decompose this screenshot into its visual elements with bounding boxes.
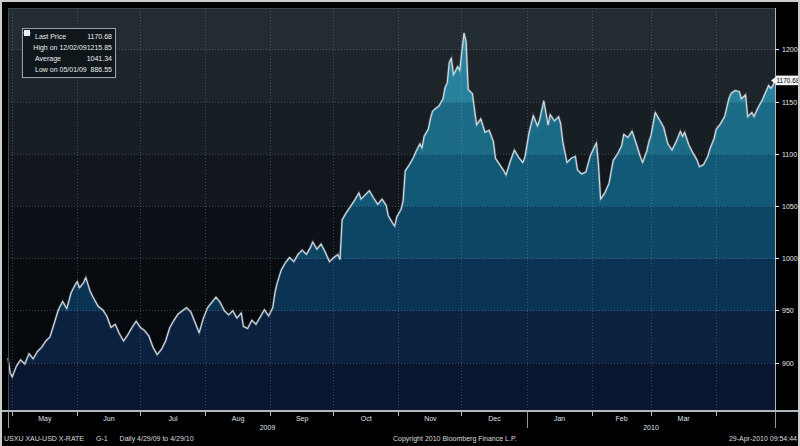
svg-text:May: May [38, 415, 52, 423]
svg-text:1170.68: 1170.68 [776, 77, 799, 84]
legend-label: Average [35, 55, 87, 62]
period-text: Daily 4/29/09 to 4/29/10 [120, 435, 194, 442]
svg-text:Aug: Aug [232, 415, 245, 423]
svg-text:1200: 1200 [782, 46, 798, 53]
copyright-text: Copyright 2010 Bloomberg Finance L.P. [393, 435, 517, 442]
legend-label: Last Price [35, 33, 87, 40]
svg-text:2009: 2009 [260, 424, 276, 431]
svg-text:Oct: Oct [361, 415, 372, 422]
svg-text:1100: 1100 [782, 151, 797, 158]
svg-text:950: 950 [782, 307, 794, 314]
svg-text:1050: 1050 [782, 203, 798, 210]
svg-text:Mar: Mar [678, 415, 691, 422]
svg-text:Nov: Nov [424, 415, 437, 422]
legend-item-last-price[interactable]: Last Price 1170.68 [25, 31, 112, 42]
svg-text:900: 900 [782, 360, 794, 367]
x-axis-labels: MayJunJulAugSepOctNovDecJanFebMar2009201… [8, 412, 775, 431]
legend-value: 1215.85 [87, 44, 112, 51]
chart-plot-area[interactable] [8, 8, 775, 411]
timestamp-text: 29-Apr-2010 09:54:44 [729, 435, 797, 442]
legend-item-low[interactable]: Low on 05/01/09 886.55 [25, 64, 112, 75]
svg-text:Jan: Jan [554, 415, 565, 422]
legend-item-high[interactable]: High on 12/02/09 1215.85 [25, 42, 112, 53]
legend-item-average[interactable]: Average 1041.34 [25, 53, 112, 64]
chart-legend: Last Price 1170.68 High on 12/02/09 1215… [22, 28, 116, 78]
svg-text:1000: 1000 [782, 255, 798, 262]
svg-text:Dec: Dec [488, 415, 501, 422]
price-chart-svg: 900950100010501100115012001170.68MayJunJ… [0, 0, 800, 446]
svg-text:Jun: Jun [103, 415, 114, 422]
legend-label: High on 12/02/09 [33, 44, 86, 51]
legend-value: 886.55 [91, 66, 112, 73]
svg-text:Feb: Feb [616, 415, 628, 422]
y-axis-labels: 90095010001050110011501200 [775, 46, 798, 366]
window-frame-top [0, 0, 800, 2]
legend-label: Low on 05/01/09 [35, 66, 91, 73]
svg-text:1150: 1150 [782, 99, 797, 106]
svg-text:Jul: Jul [169, 415, 178, 422]
legend-value: 1170.68 [87, 33, 112, 40]
legend-value: 1041.34 [87, 55, 112, 62]
chart-id-text: G-1 [96, 435, 108, 442]
ticker-text: USXU XAU-USD X-RATE [4, 435, 84, 442]
svg-text:Sep: Sep [296, 415, 309, 423]
status-left: USXU XAU-USD X-RATE G-1 Daily 4/29/09 to… [4, 435, 204, 442]
window-frame-left [0, 0, 2, 446]
status-bar: USXU XAU-USD X-RATE G-1 Daily 4/29/09 to… [0, 433, 800, 446]
svg-text:2010: 2010 [643, 424, 659, 431]
